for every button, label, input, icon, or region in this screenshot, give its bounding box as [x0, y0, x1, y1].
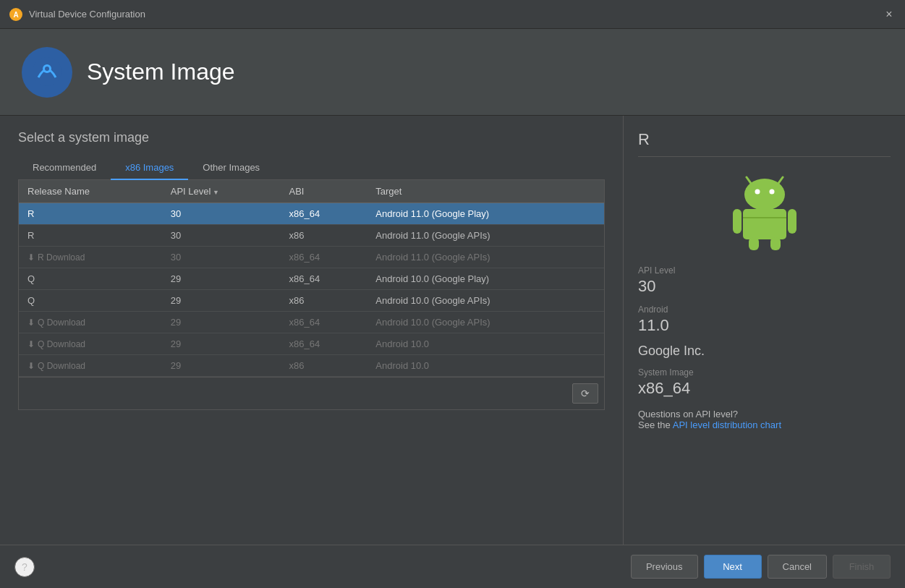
svg-rect-13 — [749, 237, 759, 250]
window-title: Virtual Device Configuration — [29, 9, 145, 20]
svg-rect-11 — [733, 209, 742, 234]
col-release-name[interactable]: Release Name — [19, 180, 162, 203]
questions-text: Questions on API level? — [638, 409, 891, 419]
detail-letter: R — [638, 130, 891, 157]
svg-rect-12 — [788, 209, 796, 234]
header-logo — [22, 47, 72, 98]
system-image-value: x86_64 — [638, 379, 891, 398]
detail-info: API Level 30 Android 11.0 Google Inc. Sy… — [638, 265, 891, 398]
table-row[interactable]: R30x86Android 11.0 (Google APIs) — [19, 225, 604, 247]
android-logo-container — [638, 171, 891, 251]
images-table-container: Release Name API Level ABI Target R30x86… — [18, 180, 605, 410]
download-link[interactable]: ⬇Q Download — [27, 318, 85, 328]
titlebar: A Virtual Device Configuration × — [0, 0, 905, 29]
system-image-label: System Image — [638, 367, 891, 378]
download-link[interactable]: ⬇Q Download — [27, 361, 85, 371]
android-label: Android — [638, 304, 891, 315]
close-button[interactable]: × — [882, 7, 896, 22]
dialog-header: System Image — [0, 29, 905, 116]
dialog-title: System Image — [87, 59, 235, 85]
col-api-level[interactable]: API Level — [162, 180, 281, 203]
refresh-button[interactable]: ⟳ — [572, 383, 598, 404]
next-button[interactable]: Next — [704, 555, 762, 579]
table-row[interactable]: ⬇Q Download29x86_64Android 10.0 — [19, 333, 604, 355]
previous-button[interactable]: Previous — [631, 555, 698, 579]
table-row[interactable]: R30x86_64Android 11.0 (Google Play) — [19, 203, 604, 225]
app-icon: A — [9, 7, 23, 22]
svg-rect-10 — [743, 209, 786, 239]
action-buttons: Previous Next Cancel Finish — [631, 555, 891, 579]
svg-point-9 — [769, 189, 774, 195]
tab-recommended[interactable]: Recommended — [18, 156, 111, 180]
tab-otherimages[interactable]: Other Images — [188, 156, 274, 180]
table-footer: ⟳ — [19, 377, 604, 409]
images-table: Release Name API Level ABI Target R30x86… — [19, 180, 604, 377]
table-row[interactable]: ⬇Q Download29x86Android 10.0 — [19, 355, 604, 377]
svg-point-8 — [755, 189, 760, 195]
see-link-text: See the API level distribution chart — [638, 419, 891, 430]
table-row[interactable]: Q29x86Android 10.0 (Google APIs) — [19, 290, 604, 312]
help-button[interactable]: ? — [14, 557, 35, 577]
left-panel: Select a system image Recommended x86 Im… — [0, 116, 623, 545]
cancel-button[interactable]: Cancel — [768, 555, 827, 579]
api-distribution-link[interactable]: API level distribution chart — [673, 419, 781, 430]
api-level-label: API Level — [638, 265, 891, 276]
col-abi[interactable]: ABI — [280, 180, 367, 203]
download-link[interactable]: ⬇Q Download — [27, 339, 85, 349]
android-version-value: 11.0 — [638, 316, 891, 335]
download-link[interactable]: ⬇R Download — [27, 252, 85, 263]
col-target[interactable]: Target — [367, 180, 604, 203]
api-level-value: 30 — [638, 277, 891, 296]
table-row[interactable]: Q29x86_64Android 10.0 (Google Play) — [19, 268, 604, 290]
table-row[interactable]: ⬇Q Download29x86_64Android 10.0 (Google … — [19, 312, 604, 333]
tab-bar: Recommended x86 Images Other Images — [18, 156, 605, 180]
vendor-value: Google Inc. — [638, 344, 891, 359]
questions-section: Questions on API level? See the API leve… — [638, 409, 891, 430]
svg-point-4 — [45, 67, 49, 71]
svg-point-7 — [744, 179, 785, 210]
svg-rect-14 — [770, 237, 781, 250]
tab-x86images[interactable]: x86 Images — [111, 156, 188, 180]
main-content: Select a system image Recommended x86 Im… — [0, 116, 905, 545]
finish-button[interactable]: Finish — [833, 555, 891, 579]
bottom-bar: ? Previous Next Cancel Finish — [0, 545, 905, 588]
section-title: Select a system image — [18, 130, 605, 145]
svg-text:A: A — [13, 11, 18, 19]
detail-panel: R — [623, 116, 905, 545]
see-text: See the — [638, 419, 673, 430]
table-header-row: Release Name API Level ABI Target — [19, 180, 604, 203]
android-robot-icon — [728, 171, 801, 251]
table-row[interactable]: ⬇R Download30x86_64Android 11.0 (Google … — [19, 247, 604, 268]
